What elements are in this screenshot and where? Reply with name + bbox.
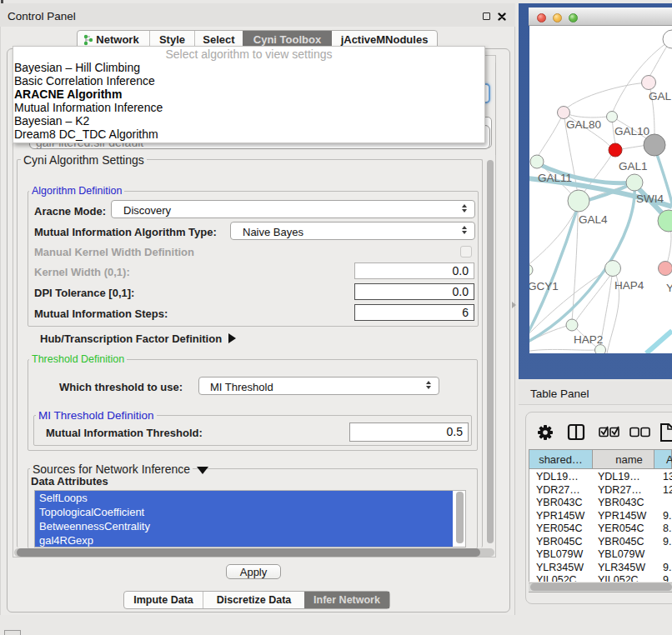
svg-text:HAP4: HAP4 xyxy=(614,279,644,292)
svg-text:GAL: GAL xyxy=(649,90,672,102)
svg-text:GAL11: GAL11 xyxy=(538,172,572,184)
svg-text:SWI4: SWI4 xyxy=(636,192,664,205)
svg-text:Y: Y xyxy=(666,282,672,294)
svg-text:GAL1: GAL1 xyxy=(619,160,648,172)
svg-text:GAL10: GAL10 xyxy=(614,125,649,138)
svg-text:HAP2: HAP2 xyxy=(574,333,603,346)
svg-text:GCY1: GCY1 xyxy=(529,280,559,292)
svg-text:GAL80: GAL80 xyxy=(566,118,601,131)
svg-text:GAL4: GAL4 xyxy=(579,213,608,226)
